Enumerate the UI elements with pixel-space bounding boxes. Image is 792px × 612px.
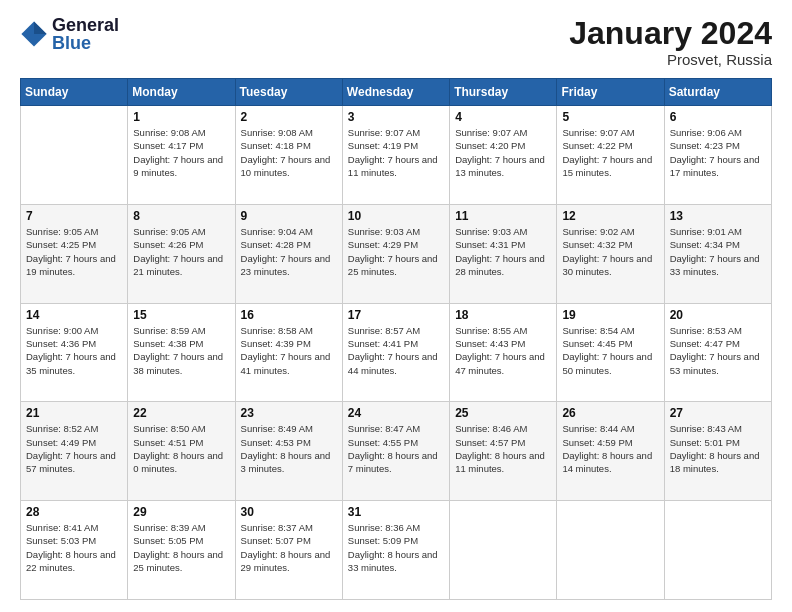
day-info: Sunrise: 8:37 AMSunset: 5:07 PMDaylight:… xyxy=(241,521,337,574)
table-cell: 8 Sunrise: 9:05 AMSunset: 4:26 PMDayligh… xyxy=(128,204,235,303)
table-cell: 16 Sunrise: 8:58 AMSunset: 4:39 PMDaylig… xyxy=(235,303,342,402)
table-cell: 11 Sunrise: 9:03 AMSunset: 4:31 PMDaylig… xyxy=(450,204,557,303)
day-number: 3 xyxy=(348,110,444,124)
day-number: 21 xyxy=(26,406,122,420)
day-number: 1 xyxy=(133,110,229,124)
day-number: 24 xyxy=(348,406,444,420)
col-wednesday: Wednesday xyxy=(342,79,449,106)
day-number: 17 xyxy=(348,308,444,322)
table-cell: 2 Sunrise: 9:08 AMSunset: 4:18 PMDayligh… xyxy=(235,106,342,205)
day-info: Sunrise: 9:07 AMSunset: 4:19 PMDaylight:… xyxy=(348,126,444,179)
day-info: Sunrise: 8:59 AMSunset: 4:38 PMDaylight:… xyxy=(133,324,229,377)
day-info: Sunrise: 9:03 AMSunset: 4:29 PMDaylight:… xyxy=(348,225,444,278)
day-info: Sunrise: 8:53 AMSunset: 4:47 PMDaylight:… xyxy=(670,324,766,377)
table-cell: 22 Sunrise: 8:50 AMSunset: 4:51 PMDaylig… xyxy=(128,402,235,501)
col-tuesday: Tuesday xyxy=(235,79,342,106)
table-cell: 20 Sunrise: 8:53 AMSunset: 4:47 PMDaylig… xyxy=(664,303,771,402)
day-info: Sunrise: 9:04 AMSunset: 4:28 PMDaylight:… xyxy=(241,225,337,278)
table-cell: 1 Sunrise: 9:08 AMSunset: 4:17 PMDayligh… xyxy=(128,106,235,205)
day-number: 27 xyxy=(670,406,766,420)
location: Prosvet, Russia xyxy=(569,51,772,68)
calendar-header-row: Sunday Monday Tuesday Wednesday Thursday… xyxy=(21,79,772,106)
day-info: Sunrise: 8:39 AMSunset: 5:05 PMDaylight:… xyxy=(133,521,229,574)
day-info: Sunrise: 9:06 AMSunset: 4:23 PMDaylight:… xyxy=(670,126,766,179)
day-number: 13 xyxy=(670,209,766,223)
page: General Blue January 2024 Prosvet, Russi… xyxy=(0,0,792,612)
col-thursday: Thursday xyxy=(450,79,557,106)
table-cell xyxy=(664,501,771,600)
day-info: Sunrise: 8:43 AMSunset: 5:01 PMDaylight:… xyxy=(670,422,766,475)
day-info: Sunrise: 9:08 AMSunset: 4:18 PMDaylight:… xyxy=(241,126,337,179)
day-number: 5 xyxy=(562,110,658,124)
day-info: Sunrise: 9:00 AMSunset: 4:36 PMDaylight:… xyxy=(26,324,122,377)
day-number: 2 xyxy=(241,110,337,124)
day-number: 22 xyxy=(133,406,229,420)
logo-icon xyxy=(20,20,48,48)
table-cell: 7 Sunrise: 9:05 AMSunset: 4:25 PMDayligh… xyxy=(21,204,128,303)
day-info: Sunrise: 8:44 AMSunset: 4:59 PMDaylight:… xyxy=(562,422,658,475)
col-friday: Friday xyxy=(557,79,664,106)
day-info: Sunrise: 9:01 AMSunset: 4:34 PMDaylight:… xyxy=(670,225,766,278)
logo-blue-text: Blue xyxy=(52,34,119,52)
table-cell: 17 Sunrise: 8:57 AMSunset: 4:41 PMDaylig… xyxy=(342,303,449,402)
table-cell: 6 Sunrise: 9:06 AMSunset: 4:23 PMDayligh… xyxy=(664,106,771,205)
day-info: Sunrise: 9:02 AMSunset: 4:32 PMDaylight:… xyxy=(562,225,658,278)
day-number: 7 xyxy=(26,209,122,223)
day-number: 23 xyxy=(241,406,337,420)
day-number: 9 xyxy=(241,209,337,223)
table-cell: 29 Sunrise: 8:39 AMSunset: 5:05 PMDaylig… xyxy=(128,501,235,600)
table-cell: 9 Sunrise: 9:04 AMSunset: 4:28 PMDayligh… xyxy=(235,204,342,303)
day-info: Sunrise: 8:47 AMSunset: 4:55 PMDaylight:… xyxy=(348,422,444,475)
day-number: 30 xyxy=(241,505,337,519)
table-cell: 30 Sunrise: 8:37 AMSunset: 5:07 PMDaylig… xyxy=(235,501,342,600)
title-block: January 2024 Prosvet, Russia xyxy=(569,16,772,68)
logo-general-text: General xyxy=(52,16,119,34)
day-info: Sunrise: 8:55 AMSunset: 4:43 PMDaylight:… xyxy=(455,324,551,377)
day-number: 26 xyxy=(562,406,658,420)
table-cell: 10 Sunrise: 9:03 AMSunset: 4:29 PMDaylig… xyxy=(342,204,449,303)
day-number: 31 xyxy=(348,505,444,519)
day-info: Sunrise: 8:52 AMSunset: 4:49 PMDaylight:… xyxy=(26,422,122,475)
calendar-week-5: 28 Sunrise: 8:41 AMSunset: 5:03 PMDaylig… xyxy=(21,501,772,600)
day-number: 10 xyxy=(348,209,444,223)
table-cell: 21 Sunrise: 8:52 AMSunset: 4:49 PMDaylig… xyxy=(21,402,128,501)
table-cell: 5 Sunrise: 9:07 AMSunset: 4:22 PMDayligh… xyxy=(557,106,664,205)
day-number: 11 xyxy=(455,209,551,223)
table-cell: 15 Sunrise: 8:59 AMSunset: 4:38 PMDaylig… xyxy=(128,303,235,402)
day-number: 19 xyxy=(562,308,658,322)
table-cell: 18 Sunrise: 8:55 AMSunset: 4:43 PMDaylig… xyxy=(450,303,557,402)
day-number: 25 xyxy=(455,406,551,420)
day-number: 18 xyxy=(455,308,551,322)
header: General Blue January 2024 Prosvet, Russi… xyxy=(20,16,772,68)
month-title: January 2024 xyxy=(569,16,772,51)
table-cell: 4 Sunrise: 9:07 AMSunset: 4:20 PMDayligh… xyxy=(450,106,557,205)
table-cell: 23 Sunrise: 8:49 AMSunset: 4:53 PMDaylig… xyxy=(235,402,342,501)
table-cell xyxy=(450,501,557,600)
day-info: Sunrise: 9:05 AMSunset: 4:26 PMDaylight:… xyxy=(133,225,229,278)
table-cell xyxy=(557,501,664,600)
day-info: Sunrise: 9:08 AMSunset: 4:17 PMDaylight:… xyxy=(133,126,229,179)
day-number: 12 xyxy=(562,209,658,223)
table-cell: 12 Sunrise: 9:02 AMSunset: 4:32 PMDaylig… xyxy=(557,204,664,303)
day-info: Sunrise: 9:07 AMSunset: 4:20 PMDaylight:… xyxy=(455,126,551,179)
day-info: Sunrise: 8:46 AMSunset: 4:57 PMDaylight:… xyxy=(455,422,551,475)
day-number: 8 xyxy=(133,209,229,223)
table-cell: 3 Sunrise: 9:07 AMSunset: 4:19 PMDayligh… xyxy=(342,106,449,205)
day-number: 4 xyxy=(455,110,551,124)
day-info: Sunrise: 8:50 AMSunset: 4:51 PMDaylight:… xyxy=(133,422,229,475)
logo: General Blue xyxy=(20,16,119,52)
calendar-week-4: 21 Sunrise: 8:52 AMSunset: 4:49 PMDaylig… xyxy=(21,402,772,501)
day-info: Sunrise: 9:07 AMSunset: 4:22 PMDaylight:… xyxy=(562,126,658,179)
day-info: Sunrise: 8:41 AMSunset: 5:03 PMDaylight:… xyxy=(26,521,122,574)
col-monday: Monday xyxy=(128,79,235,106)
table-cell: 19 Sunrise: 8:54 AMSunset: 4:45 PMDaylig… xyxy=(557,303,664,402)
svg-marker-1 xyxy=(34,21,47,34)
table-cell: 26 Sunrise: 8:44 AMSunset: 4:59 PMDaylig… xyxy=(557,402,664,501)
table-cell: 13 Sunrise: 9:01 AMSunset: 4:34 PMDaylig… xyxy=(664,204,771,303)
day-info: Sunrise: 8:36 AMSunset: 5:09 PMDaylight:… xyxy=(348,521,444,574)
day-info: Sunrise: 9:05 AMSunset: 4:25 PMDaylight:… xyxy=(26,225,122,278)
calendar-table: Sunday Monday Tuesday Wednesday Thursday… xyxy=(20,78,772,600)
table-cell: 27 Sunrise: 8:43 AMSunset: 5:01 PMDaylig… xyxy=(664,402,771,501)
day-number: 15 xyxy=(133,308,229,322)
table-cell: 25 Sunrise: 8:46 AMSunset: 4:57 PMDaylig… xyxy=(450,402,557,501)
